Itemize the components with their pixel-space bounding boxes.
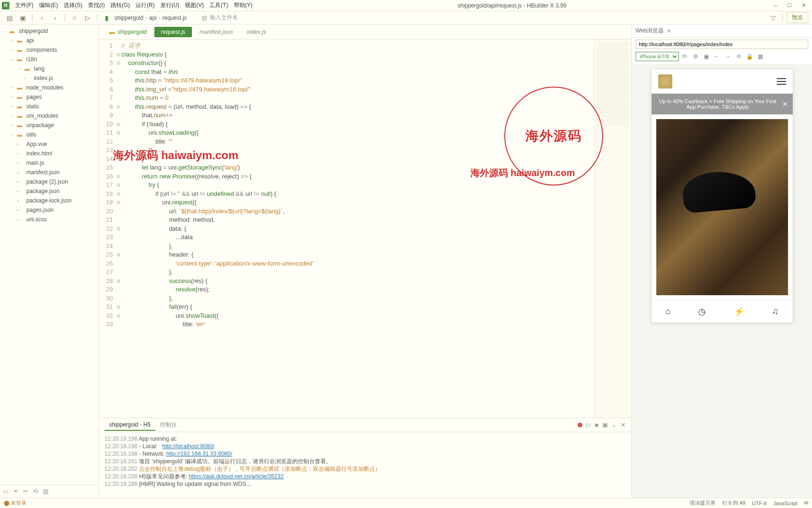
square-icon[interactable]: ■	[595, 421, 598, 428]
reload-icon[interactable]: ⟳	[679, 52, 690, 61]
tree-folder[interactable]: ›▬utils	[0, 130, 98, 139]
flash-icon[interactable]: ⚡	[734, 306, 744, 317]
log-link[interactable]: http://192.168.31.33:8080/	[166, 451, 232, 457]
menu-item[interactable]: 编辑(E)	[36, 0, 61, 10]
code-line[interactable]: 7 this.num = 0	[99, 94, 594, 103]
code-line[interactable]: 5 this.http = "https://479.haiwaiym18.to…	[99, 76, 594, 85]
tree-file[interactable]: ▫package.json	[0, 186, 98, 196]
breadcrumb-folder[interactable]: api	[149, 15, 157, 21]
tree-folder[interactable]: ›▬components	[0, 45, 98, 55]
menu-item[interactable]: 查找(I)	[85, 0, 107, 10]
preview-url-input[interactable]	[636, 40, 808, 49]
console-tab-h5[interactable]: shippergold - H5	[104, 419, 155, 431]
tree-folder[interactable]: ›▬unpackage	[0, 121, 98, 130]
code-line[interactable]: 30 },	[99, 294, 594, 303]
code-line[interactable]: 8⊟ this.request = (url, method, data, lo…	[99, 103, 594, 112]
menu-item[interactable]: 文件(F)	[12, 0, 36, 10]
code-editor[interactable]: 1// 请求2⊟class Requests {3⊟ constructor()…	[99, 40, 594, 418]
maximize-button[interactable]: ☐	[783, 1, 796, 10]
code-line[interactable]: 19⊟ uni.request({	[99, 198, 594, 207]
layout-icon[interactable]: ▣	[602, 421, 608, 428]
code-line[interactable]: 1// 请求	[99, 41, 594, 50]
debug-icon[interactable]: ⬢	[577, 421, 582, 428]
explorer-icon[interactable]: ▭	[3, 488, 8, 495]
code-line[interactable]: 26 'content-type': 'application/x-www-fo…	[99, 259, 594, 268]
menu-item[interactable]: 发行(U)	[158, 0, 183, 10]
minimap[interactable]	[594, 40, 631, 418]
log-link[interactable]: http://localhost:8080/	[162, 443, 215, 450]
code-line[interactable]: 6 this.img_url ="https://479.haiwaiym18.…	[99, 85, 594, 94]
code-line[interactable]: 9 that.num++	[99, 111, 594, 120]
forward-nav-icon[interactable]: →	[723, 52, 733, 61]
cursor-position[interactable]: 行:6 列:49	[722, 500, 746, 507]
console-output[interactable]: 12:20:18.196 App running at:12:20:18.198…	[99, 432, 631, 498]
qr-icon[interactable]: ▦	[755, 52, 765, 61]
code-line[interactable]: 28⊟ success(res) {	[99, 277, 594, 286]
code-line[interactable]: 20 url: `${that.http}/index/${url}?lang=…	[99, 207, 594, 216]
settings-icon[interactable]: ⚙	[690, 52, 701, 61]
code-line[interactable]: 12 title: ""	[99, 137, 594, 146]
close-preview-icon[interactable]: ✕	[667, 28, 671, 34]
tree-file[interactable]: ▫package-lock.json	[0, 196, 98, 205]
editor-tab[interactable]: index.js	[240, 27, 273, 37]
breadcrumb-project[interactable]: shippergold	[114, 15, 143, 21]
git-icon[interactable]: ⚭	[13, 488, 18, 495]
forward-icon[interactable]: ›	[49, 12, 61, 24]
new-file-icon[interactable]: ▤	[4, 12, 15, 24]
menu-item[interactable]: 跳转(G)	[108, 0, 133, 10]
tree-file[interactable]: ▫main.js	[0, 158, 98, 168]
stop-icon[interactable]: ▷	[586, 421, 591, 428]
lock-icon[interactable]: 🔒	[744, 52, 755, 61]
code-line[interactable]: 11⊟ uni.showLoading({	[99, 129, 594, 137]
code-line[interactable]: 21 method: method,	[99, 216, 594, 225]
tree-folder[interactable]: ›▬uni_modules	[0, 111, 98, 121]
filename-search[interactable]: ▤ 输入文件名	[198, 13, 765, 23]
run-icon[interactable]: ▷	[82, 12, 93, 24]
menu-item[interactable]: 帮助(Y)	[231, 0, 255, 10]
close-banner-icon[interactable]: ✕	[782, 100, 788, 108]
tree-folder[interactable]: ›▬static	[0, 102, 98, 111]
tree-folder[interactable]: ⌵▬i18n	[0, 55, 98, 64]
tree-file[interactable]: ▫package (2).json	[0, 177, 98, 186]
menu-item[interactable]: 视图(V)	[182, 0, 207, 10]
db-icon[interactable]: ▥	[43, 488, 48, 495]
star-icon[interactable]: ☆	[69, 12, 80, 24]
site-logo[interactable]	[658, 74, 672, 89]
minimize-button[interactable]: ─	[769, 1, 782, 10]
history-icon[interactable]: ◷	[698, 306, 706, 317]
code-line[interactable]: 17⊟ try {	[99, 181, 594, 190]
device-select[interactable]: iPhone 6/7/8	[636, 52, 679, 61]
grammar-lib[interactable]: 语法提示库	[690, 500, 716, 507]
tree-folder[interactable]: ›▬node_modules	[0, 83, 98, 92]
login-status[interactable]: ⬤ 未登录	[4, 500, 26, 507]
screenshot-icon[interactable]: ▣	[701, 52, 711, 61]
sync-icon[interactable]: ⟲	[33, 488, 38, 495]
code-line[interactable]: 14 }	[99, 155, 594, 164]
home-icon[interactable]: ⌂	[665, 306, 670, 316]
notifications-icon[interactable]: ✉	[804, 500, 808, 506]
code-line[interactable]: 2⊟class Requests {	[99, 50, 594, 59]
code-line[interactable]: 24 },	[99, 242, 594, 251]
code-line[interactable]: 25⊟ header: {	[99, 250, 594, 259]
tree-file[interactable]: ▫App.vue	[0, 139, 98, 149]
search-icon[interactable]: ✂	[23, 488, 28, 495]
code-line[interactable]: 18⊟ if (url != '' && url != undefined &&…	[99, 190, 594, 199]
menu-item[interactable]: 选择(S)	[61, 0, 85, 10]
code-line[interactable]: 23 ...data	[99, 233, 594, 242]
code-line[interactable]: 4 const that = this	[99, 68, 594, 77]
code-line[interactable]: 33 title: 'err'	[99, 320, 594, 329]
editor-tab[interactable]: request.js	[154, 27, 192, 37]
close-console-icon[interactable]: ✕	[621, 421, 626, 428]
back-icon[interactable]: ‹	[36, 12, 48, 24]
log-link[interactable]: https://ask.dcloud.net.cn/article/35232	[189, 473, 283, 480]
code-line[interactable]: 13 })	[99, 146, 594, 155]
tree-folder[interactable]: ›▬pages	[0, 92, 98, 102]
tree-file[interactable]: ▫uni.scss	[0, 215, 98, 224]
filter-icon[interactable]: ▽	[767, 12, 779, 24]
tree-file[interactable]: ▫index.html	[0, 149, 98, 158]
collapse-icon[interactable]: ⌄	[612, 421, 617, 428]
console-tab-terminal[interactable]: 控制台	[155, 419, 182, 431]
code-line[interactable]: 27 },	[99, 268, 594, 277]
tree-file[interactable]: ▫pages.json	[0, 205, 98, 215]
tree-folder[interactable]: ›▬api	[0, 36, 98, 45]
